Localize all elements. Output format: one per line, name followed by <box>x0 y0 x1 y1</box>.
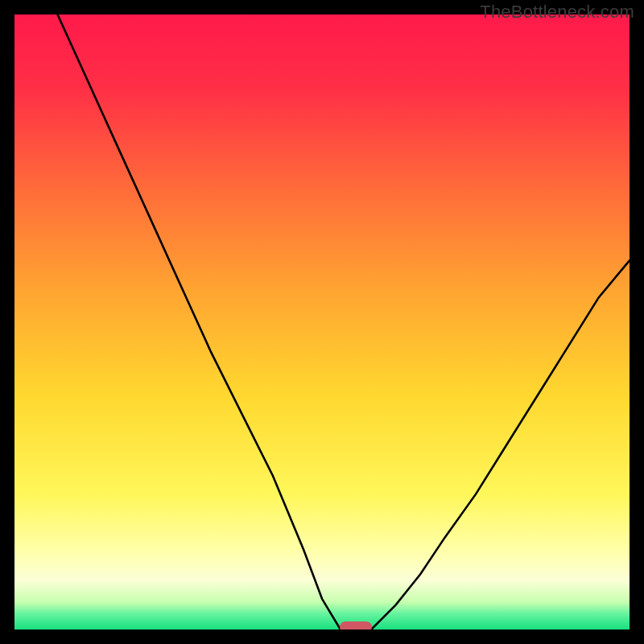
watermark-text: TheBottleneck.com <box>480 2 634 23</box>
background-gradient <box>14 14 630 630</box>
plot-area <box>14 14 630 630</box>
svg-rect-0 <box>14 14 630 630</box>
optimal-marker <box>340 621 372 630</box>
chart-frame: TheBottleneck.com <box>0 0 644 644</box>
